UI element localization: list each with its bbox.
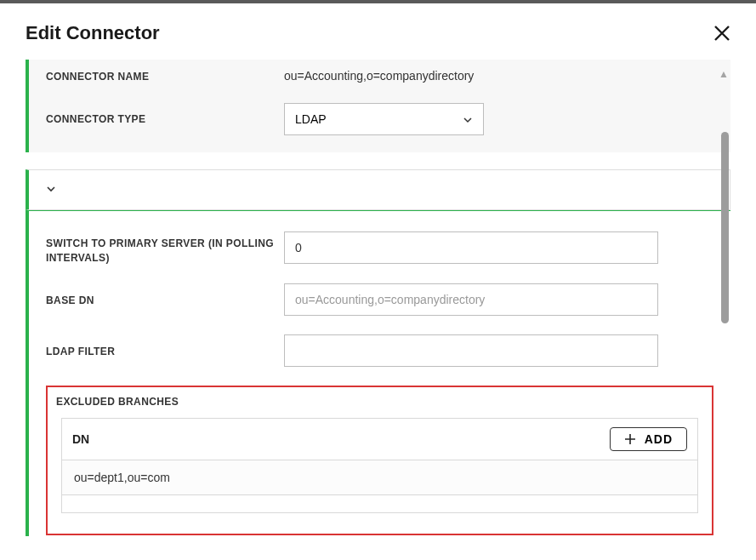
switch-primary-row: SWITCH TO PRIMARY SERVER (IN POLLING INT… (46, 231, 713, 266)
chevron-down-icon (46, 182, 56, 197)
switch-primary-input[interactable] (284, 231, 658, 264)
connector-name-label: CONNECTOR NAME (46, 68, 284, 84)
dialog-title: Edit Connector (26, 22, 160, 44)
base-dn-row: BASE DN (46, 283, 713, 316)
server-settings-panel: SWITCH TO PRIMARY SERVER (IN POLLING INT… (26, 210, 730, 536)
dialog-header: Edit Connector (0, 3, 756, 60)
switch-primary-label: SWITCH TO PRIMARY SERVER (IN POLLING INT… (46, 231, 284, 266)
table-header-row: DN ADD (62, 419, 697, 460)
add-button-label: ADD (645, 432, 673, 446)
chevron-down-icon (463, 114, 473, 124)
window-top-border (0, 0, 756, 3)
scroll-up-icon[interactable]: ▲ (719, 68, 729, 80)
scrollbar-track[interactable]: ▲ (720, 60, 730, 536)
dialog-content: CONNECTOR NAME ou=Accounting,o=companydi… (0, 60, 756, 536)
base-dn-input[interactable] (284, 283, 658, 316)
add-button[interactable]: ADD (610, 427, 687, 451)
scrollbar-thumb[interactable] (721, 132, 729, 323)
connector-type-label: CONNECTOR TYPE (46, 111, 284, 127)
ldap-filter-label: LDAP FILTER (46, 343, 284, 359)
close-icon[interactable] (713, 25, 730, 42)
dn-column-header: DN (72, 432, 89, 446)
dn-cell-value: ou=dept1,ou=com (74, 471, 170, 484)
connector-type-select-wrap: LDAP (284, 103, 484, 135)
connector-type-select-value: LDAP (295, 112, 327, 126)
excluded-branches-table: DN ADD ou=dept1,ou=com (61, 418, 698, 513)
scroll-area: CONNECTOR NAME ou=Accounting,o=companydi… (26, 60, 730, 536)
connector-type-row: CONNECTOR TYPE LDAP (46, 103, 713, 135)
ldap-filter-input[interactable] (284, 334, 658, 367)
excluded-branches-label: EXCLUDED BRANCHES (56, 396, 698, 408)
table-row[interactable]: ou=dept1,ou=com (62, 460, 697, 495)
table-row-empty (62, 495, 697, 512)
ldap-filter-row: LDAP FILTER (46, 334, 713, 367)
plus-icon (624, 433, 636, 445)
base-dn-label: BASE DN (46, 292, 284, 308)
connector-name-row: CONNECTOR NAME ou=Accounting,o=companydi… (46, 68, 713, 84)
connector-name-value: ou=Accounting,o=companydirectory (284, 69, 713, 83)
section-collapse-header[interactable] (26, 169, 730, 210)
connector-info-panel: CONNECTOR NAME ou=Accounting,o=companydi… (26, 60, 730, 152)
excluded-branches-highlight: EXCLUDED BRANCHES DN ADD ou=dept1,ou=com (46, 386, 713, 535)
connector-type-select[interactable]: LDAP (284, 103, 484, 135)
